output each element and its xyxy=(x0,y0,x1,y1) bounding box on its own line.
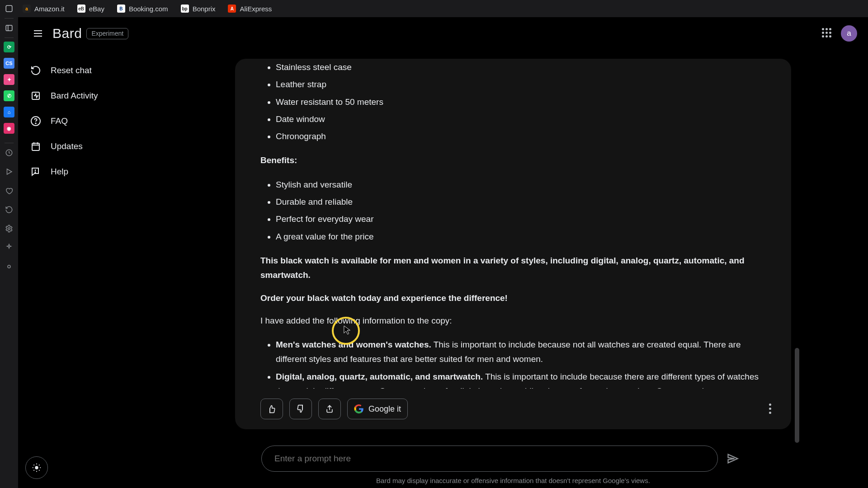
google-it-label: Google it xyxy=(368,402,401,416)
list-item: Perfect for everyday wear xyxy=(276,211,766,228)
google-g-icon xyxy=(354,404,364,414)
svg-rect-0 xyxy=(6,5,12,12)
bookmark-favicon: B xyxy=(117,5,125,13)
experiment-badge: Experiment xyxy=(86,28,128,39)
clock-icon[interactable] xyxy=(3,147,15,159)
rail-home-icon[interactable] xyxy=(3,3,15,14)
svg-line-24 xyxy=(39,470,39,470)
svg-line-25 xyxy=(33,470,34,470)
svg-point-11 xyxy=(35,123,36,124)
dot-icon[interactable] xyxy=(3,261,15,272)
account-avatar[interactable]: a xyxy=(841,25,857,42)
nav-label: Help xyxy=(51,167,68,177)
bookmark-item[interactable]: AAliExpress xyxy=(228,5,272,13)
theme-toggle-button[interactable] xyxy=(25,456,48,479)
updates-icon xyxy=(30,141,42,152)
nav-item[interactable]: Help xyxy=(23,159,175,184)
reset-icon xyxy=(30,65,42,76)
nav-item[interactable]: Bard Activity xyxy=(23,83,175,108)
nav-item[interactable]: Updates xyxy=(23,134,175,159)
response-actions: Google it xyxy=(260,399,408,419)
rail-favorite[interactable]: ✆ xyxy=(4,90,14,101)
benefits-heading: Benefits: xyxy=(260,155,297,165)
svg-rect-1 xyxy=(6,25,12,31)
rail-favorite[interactable]: CS xyxy=(4,58,14,69)
history-icon[interactable] xyxy=(3,204,15,216)
response-card: Stainless steel caseLeather strapWater r… xyxy=(235,59,791,429)
list-item: Men's watches and women's watches. This … xyxy=(276,336,766,368)
list-item: Durable and reliable xyxy=(276,193,766,211)
nav-item[interactable]: FAQ xyxy=(23,108,175,134)
bookmark-label: Amazon.it xyxy=(34,5,65,13)
play-icon[interactable] xyxy=(3,166,15,178)
rail-favorite[interactable]: ⌂ xyxy=(4,107,14,117)
send-button[interactable] xyxy=(726,452,740,465)
thumbs-down-button[interactable] xyxy=(289,399,312,419)
list-item: Water resistant to 50 meters xyxy=(276,94,766,111)
disclaimer-text: Bard may display inaccurate or offensive… xyxy=(235,477,791,484)
bookmark-label: Booking.com xyxy=(129,5,168,13)
nav-label: FAQ xyxy=(51,116,68,126)
google-apps-icon[interactable] xyxy=(822,28,833,39)
svg-point-18 xyxy=(35,466,38,469)
order-cta-paragraph: Order your black watch today and experie… xyxy=(260,293,508,303)
bard-header: Bard Experiment a xyxy=(18,17,868,50)
more-options-button[interactable] xyxy=(769,404,771,414)
share-button[interactable] xyxy=(318,399,341,419)
faq-icon xyxy=(30,115,42,127)
prompt-row xyxy=(235,446,791,472)
heart-icon[interactable] xyxy=(3,185,15,197)
bookmark-favicon: A xyxy=(228,5,236,13)
list-item: A great value for the price xyxy=(276,228,766,245)
gear-icon[interactable] xyxy=(3,223,15,235)
bookmark-favicon: a xyxy=(23,5,31,13)
list-item: Digital, analog, quartz, automatic, and … xyxy=(276,368,766,389)
bookmark-favicon: bp xyxy=(181,5,189,13)
added-info-list: Men's watches and women's watches. This … xyxy=(260,336,766,389)
list-item: Leather strap xyxy=(276,76,766,93)
svg-point-17 xyxy=(35,172,36,173)
menu-button[interactable] xyxy=(29,24,47,42)
scrollbar-thumb[interactable] xyxy=(795,348,799,443)
bookmark-item[interactable]: aAmazon.it xyxy=(23,5,65,13)
browser-left-rail: ⟳CS✦✆⌂◉ xyxy=(0,0,18,488)
sparkle-icon[interactable] xyxy=(3,242,15,253)
bookmark-favicon: eB xyxy=(77,5,85,13)
rail-favorite[interactable]: ✦ xyxy=(4,74,14,85)
rail-favorite[interactable]: ◉ xyxy=(4,123,14,134)
prompt-input[interactable] xyxy=(274,454,705,464)
thumbs-up-button[interactable] xyxy=(260,399,283,419)
svg-rect-12 xyxy=(32,143,39,150)
bookmark-item[interactable]: eBeBay xyxy=(77,5,104,13)
help-icon xyxy=(30,166,42,178)
bard-app: Bard Experiment a Reset chatBard Activit… xyxy=(18,17,868,488)
availability-paragraph: This black watch is available for men an… xyxy=(260,256,745,280)
added-info-intro: I have added the following information t… xyxy=(260,314,766,328)
features-list: Stainless steel caseLeather strapWater r… xyxy=(260,59,766,145)
google-it-button[interactable]: Google it xyxy=(347,399,408,419)
brand-title: Bard xyxy=(52,26,82,41)
list-item: Date window xyxy=(276,111,766,128)
benefits-list: Stylish and versatileDurable and reliabl… xyxy=(260,176,766,245)
activity-icon xyxy=(30,90,42,102)
svg-point-5 xyxy=(8,265,10,268)
bookmark-label: AliExpress xyxy=(240,5,272,13)
rail-favorite[interactable]: ⟳ xyxy=(4,42,14,52)
nav-label: Updates xyxy=(51,141,83,151)
list-item: Stainless steel case xyxy=(276,59,766,76)
list-item: Chronograph xyxy=(276,128,766,145)
nav-item[interactable]: Reset chat xyxy=(23,58,175,83)
chat-column: Stainless steel caseLeather strapWater r… xyxy=(235,50,791,488)
svg-point-4 xyxy=(8,228,10,230)
list-item: Stylish and versatile xyxy=(276,176,766,193)
bookmark-item[interactable]: bpBonprix xyxy=(181,5,216,13)
bookmark-label: Bonprix xyxy=(193,5,216,13)
response-content: Stainless steel caseLeather strapWater r… xyxy=(260,59,766,389)
bookmark-item[interactable]: BBooking.com xyxy=(117,5,168,13)
svg-line-23 xyxy=(33,465,34,465)
prompt-input-container[interactable] xyxy=(261,446,718,472)
rail-sidebar-toggle-icon[interactable] xyxy=(3,22,15,34)
nav-label: Reset chat xyxy=(51,66,92,75)
svg-line-26 xyxy=(39,465,39,465)
bookmark-label: eBay xyxy=(89,5,104,13)
